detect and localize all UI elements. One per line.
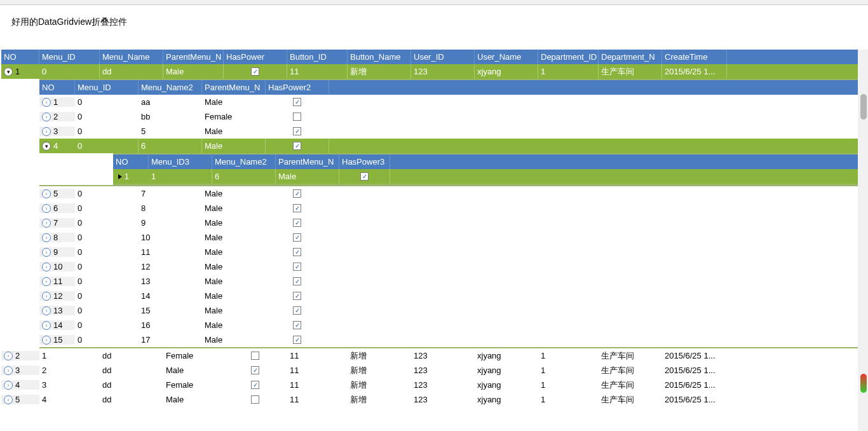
col-header[interactable]: Menu_Name2 (212, 154, 276, 169)
table-row[interactable]: ›11013Male (39, 274, 867, 289)
checkbox-icon[interactable] (360, 172, 369, 181)
table-row[interactable]: ›305Male (39, 124, 867, 139)
col-header[interactable]: NO (39, 80, 75, 95)
col-header[interactable]: HasPower2 (266, 80, 329, 95)
expand-icon[interactable]: › (42, 248, 51, 257)
checkbox-icon[interactable] (293, 127, 301, 135)
expand-icon[interactable]: › (4, 381, 13, 390)
table-row[interactable]: ›43ddFemale11新增123xjyang1生产车间2015/6/25 1… (1, 378, 867, 392)
checkbox-icon[interactable] (293, 248, 301, 256)
row-header[interactable]: ›15 (39, 335, 75, 345)
checkbox-icon[interactable] (251, 366, 259, 374)
col-header[interactable]: HasPower (224, 50, 287, 64)
table-row[interactable]: ›507Male (39, 186, 867, 201)
row-header[interactable]: ›3 (1, 366, 39, 375)
row-header[interactable]: ›1 (39, 97, 75, 107)
checkbox-icon[interactable] (251, 395, 259, 404)
col-header[interactable]: Menu_ID (75, 80, 139, 95)
checkbox-icon[interactable] (293, 306, 301, 315)
row-header[interactable]: ›13 (39, 306, 75, 315)
row-header[interactable]: 1 (113, 172, 149, 181)
table-row[interactable]: ›21ddFemale11新增123xjyang1生产车间2015/6/25 1… (1, 348, 867, 363)
checkbox-icon[interactable] (293, 113, 301, 121)
checkbox-icon[interactable] (293, 263, 301, 271)
row-header[interactable]: ›14 (39, 320, 75, 330)
row-header[interactable]: ›8 (39, 233, 75, 242)
checkbox-icon[interactable] (251, 352, 259, 360)
table-row[interactable]: ›13015Male (39, 303, 867, 318)
col-header[interactable]: NO (113, 154, 149, 169)
row-header[interactable]: ›10 (39, 262, 75, 271)
table-row[interactable]: ›8010Male (39, 230, 867, 245)
checkbox-icon[interactable] (293, 204, 301, 212)
checkbox-icon[interactable] (293, 233, 301, 242)
expand-icon[interactable]: › (42, 98, 51, 107)
checkbox-icon[interactable] (293, 189, 301, 198)
scroll-thumb[interactable] (860, 94, 867, 120)
col-header[interactable]: ParentMenu_N (202, 80, 266, 95)
row-header[interactable]: ▾1 (1, 67, 39, 76)
checkbox-icon[interactable] (293, 142, 301, 150)
table-row[interactable]: ▾406Male (39, 139, 867, 153)
table-row[interactable]: ›9011Male (39, 245, 867, 259)
col-header[interactable]: Department_ID (538, 50, 599, 64)
table-row[interactable]: 116Male (113, 169, 867, 184)
col-header[interactable]: Department_N (599, 50, 662, 64)
expand-icon[interactable]: › (42, 321, 51, 330)
row-header[interactable]: ›5 (39, 189, 75, 198)
table-row[interactable]: ›10012Male (39, 259, 867, 274)
col-header[interactable]: ParentMenu_N (163, 50, 224, 64)
col-header[interactable]: Menu_ID (39, 50, 100, 64)
table-row[interactable]: ›15017Male (39, 332, 867, 347)
table-row[interactable]: ›709Male (39, 216, 867, 230)
col-header[interactable]: Button_Name (348, 50, 411, 64)
table-row[interactable]: ›10aaMale (39, 95, 867, 109)
expand-icon[interactable]: › (42, 336, 51, 345)
col-header[interactable]: NO (1, 50, 39, 64)
checkbox-icon[interactable] (293, 292, 301, 300)
collapse-icon[interactable]: ▾ (42, 142, 51, 151)
expand-icon[interactable]: › (42, 292, 51, 301)
expand-icon[interactable]: › (4, 395, 13, 404)
table-row[interactable]: ›54ddMale11新增123xjyang1生产车间2015/6/25 1..… (1, 392, 867, 407)
expand-icon[interactable]: › (42, 204, 51, 213)
expand-icon[interactable]: › (4, 352, 13, 360)
row-header[interactable]: ›11 (39, 277, 75, 286)
row-header[interactable]: ›6 (39, 203, 75, 213)
checkbox-icon[interactable] (251, 381, 259, 389)
expand-icon[interactable]: › (42, 189, 51, 198)
col-header[interactable]: User_ID (411, 50, 475, 64)
col-header[interactable]: CreateTime (662, 50, 727, 64)
expand-icon[interactable]: › (42, 233, 51, 242)
checkbox-icon[interactable] (293, 219, 301, 227)
row-header[interactable]: ›4 (1, 380, 39, 390)
table-row[interactable]: ▾10ddMale11新增123xjyang1生产车间2015/6/25 1..… (1, 64, 867, 79)
col-header[interactable]: Menu_Name (100, 50, 163, 64)
checkbox-icon[interactable] (293, 98, 301, 106)
row-header[interactable]: ›3 (39, 127, 75, 136)
expand-icon[interactable]: › (42, 113, 51, 121)
col-header[interactable]: ParentMenu_N (276, 154, 339, 169)
collapse-icon[interactable]: ▾ (4, 67, 13, 76)
row-header[interactable]: ›2 (1, 351, 39, 360)
col-header[interactable]: Menu_ID3 (149, 154, 212, 169)
col-header[interactable]: HasPower3 (339, 154, 390, 169)
row-header[interactable]: ›9 (39, 247, 75, 257)
table-row[interactable]: ›32ddMale11新增123xjyang1生产车间2015/6/25 1..… (1, 363, 867, 378)
expand-icon[interactable]: › (42, 127, 51, 136)
row-header[interactable]: ›5 (1, 395, 39, 404)
checkbox-icon[interactable] (293, 277, 301, 285)
expand-icon[interactable]: › (42, 219, 51, 228)
col-header[interactable]: User_Name (475, 50, 538, 64)
row-header[interactable]: ›12 (39, 291, 75, 301)
vertical-scrollbar[interactable] (858, 50, 868, 431)
checkbox-icon[interactable] (293, 336, 301, 344)
row-header[interactable]: ›7 (39, 218, 75, 228)
expand-icon[interactable]: › (42, 263, 51, 271)
table-row[interactable]: ›20bbFemale (39, 109, 867, 124)
row-header[interactable]: ›2 (39, 112, 75, 121)
checkbox-icon[interactable] (293, 321, 301, 329)
expand-icon[interactable]: › (4, 366, 13, 375)
expand-icon[interactable]: › (42, 277, 51, 286)
col-header[interactable]: Button_ID (287, 50, 348, 64)
